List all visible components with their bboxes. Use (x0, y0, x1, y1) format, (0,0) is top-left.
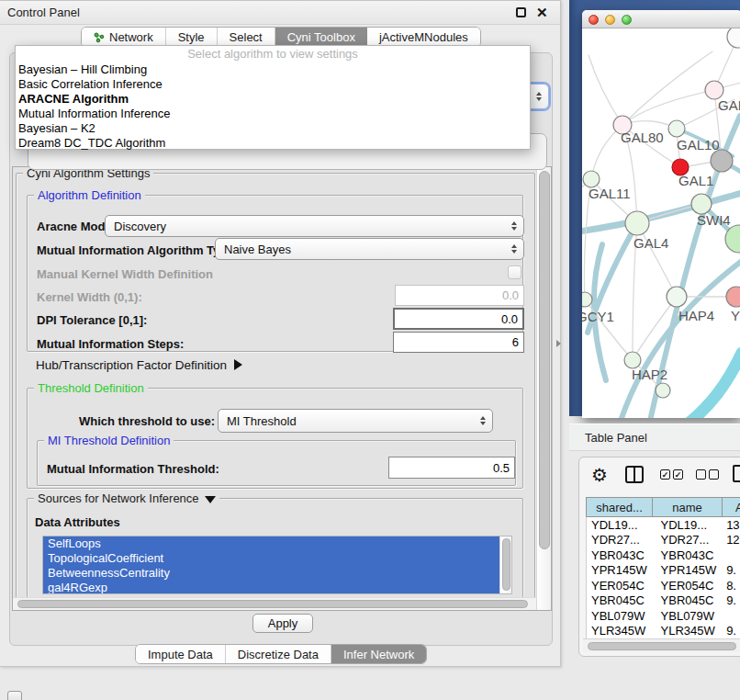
close-icon[interactable]: ✕ (536, 4, 548, 22)
algorithm-option[interactable]: Dream8 DC_TDC Algorithm (16, 136, 530, 151)
network-node-label: GCY1 (582, 309, 614, 324)
attribute-item[interactable]: TopologicalCoefficient (43, 551, 511, 566)
attributes-scrollbar[interactable] (499, 536, 511, 593)
network-node[interactable] (582, 292, 592, 307)
document-icon[interactable] (733, 465, 740, 482)
mi-threshold-field[interactable]: 0.5 (388, 457, 515, 479)
table-cell: YPR145W (587, 563, 656, 577)
unchecked-box-icon (709, 469, 719, 480)
table-body[interactable]: YDL19...YDL19...13YDR27...YDR27...12YBR0… (586, 517, 740, 639)
float-window-icon[interactable] (516, 7, 526, 17)
tab-discretize-data[interactable]: Discretize Data (226, 645, 331, 663)
network-node[interactable] (625, 211, 649, 235)
network-edge[interactable] (622, 51, 712, 125)
scrollbar-thumb[interactable] (502, 538, 510, 591)
network-node[interactable] (656, 383, 670, 398)
sources-group: Sources for Network Inference Data Attri… (27, 498, 523, 608)
network-edge[interactable] (637, 223, 677, 297)
table-cell: YLR345W (587, 624, 656, 638)
sources-toggle[interactable]: Sources for Network Inference (34, 491, 219, 505)
network-edge[interactable] (622, 90, 714, 125)
attribute-item[interactable]: SelfLoops (43, 536, 511, 551)
tab-cyni-toolbox[interactable]: Cyni Toolbox (275, 28, 367, 47)
table-row[interactable]: YBL079WYBL079W (587, 608, 740, 624)
control-panel-titlebar: Control Panel ✕ (0, 1, 560, 25)
minimize-traffic-light-icon[interactable] (605, 15, 615, 25)
table-row[interactable]: YDL19...YDL19...13 (587, 517, 740, 533)
table-row[interactable]: YBR043CYBR043C (587, 548, 740, 563)
network-node[interactable] (727, 28, 740, 48)
group-title: MI Threshold Definition (44, 434, 174, 447)
mi-steps-label: Mutual Information Steps: (37, 337, 184, 351)
network-edge[interactable] (589, 55, 622, 125)
algorithm-option-list: Bayesian – Hill ClimbingBasic Correlatio… (16, 62, 530, 151)
algorithm-option[interactable]: Mutual Information Inference (16, 107, 530, 121)
algorithm-option[interactable]: Bayesian – K2 (16, 121, 530, 136)
aracne-mode-value: Discovery (114, 220, 166, 233)
scrollbar-thumb[interactable] (588, 642, 736, 650)
table-cell: YDR27... (656, 533, 723, 547)
algorithm-option[interactable]: ARACNE Algorithm (16, 92, 530, 107)
manual-kernel-checkbox[interactable] (508, 265, 521, 279)
mi-algorithm-type-combo[interactable]: Naive Bayes (215, 238, 524, 260)
bottom-tabbar: Impute Data Discretize Data Infer Networ… (135, 644, 427, 664)
network-node[interactable] (668, 120, 685, 137)
attribute-item[interactable]: BetweennessCentrality (43, 566, 511, 581)
column-header-partial[interactable]: A (723, 497, 740, 517)
close-traffic-light-icon[interactable] (589, 15, 599, 25)
tab-style[interactable]: Style (166, 28, 218, 47)
split-pane-collapse-icon[interactable] (556, 340, 561, 347)
table-row[interactable]: YDR27...YDR27...12 (587, 533, 740, 548)
column-header-shared-name[interactable]: shared... (586, 497, 653, 517)
table-cell: YBL079W (587, 609, 656, 623)
table-row[interactable]: YER054CYER054C8. (587, 578, 740, 593)
clipped-panel-icon[interactable] (7, 691, 22, 700)
tab-label: Infer Network (343, 648, 414, 661)
mi-steps-field[interactable]: 6 (393, 332, 524, 353)
which-threshold-combo[interactable]: MI Threshold (218, 409, 493, 433)
dpi-tolerance-field[interactable]: 0.0 (393, 308, 524, 330)
table-row[interactable]: YBR045CYBR045C9. (587, 593, 740, 609)
network-node[interactable] (691, 194, 712, 214)
tab-label: Network (109, 30, 153, 44)
tab-select[interactable]: Select (218, 28, 275, 47)
tab-network[interactable]: Network (82, 28, 166, 47)
zoom-traffic-light-icon[interactable] (622, 15, 632, 25)
split-columns-icon[interactable] (625, 466, 644, 483)
algorithm-dropdown-popup: Select algorithm to view settings Bayesi… (15, 45, 531, 150)
settings-vertical-scrollbar[interactable] (536, 167, 551, 610)
algorithm-option[interactable]: Basic Correlation Inference (16, 77, 530, 92)
tab-infer-network[interactable]: Infer Network (331, 645, 426, 663)
column-header-name[interactable]: name (653, 497, 723, 517)
table-row[interactable]: YLR345WYLR345W9. (587, 624, 740, 639)
network-edge[interactable] (685, 353, 740, 418)
scrollbar-thumb[interactable] (17, 600, 528, 608)
checked-box-icon: ✓ (673, 469, 683, 480)
kernel-width-field[interactable]: 0.0 (395, 285, 524, 306)
network-node[interactable] (667, 287, 687, 307)
settings-horizontal-scrollbar[interactable] (13, 597, 536, 610)
table-row[interactable]: YPR145WYPR145W9. (587, 563, 740, 579)
gear-icon[interactable]: ⚙ (591, 465, 608, 485)
scrollbar-thumb[interactable] (539, 171, 550, 549)
attribute-item[interactable]: gal4RGexp (43, 581, 511, 594)
aracne-mode-combo[interactable]: Discovery (105, 215, 524, 237)
network-node-label: GAL10 (677, 137, 720, 152)
network-node[interactable] (726, 287, 740, 307)
algorithm-option[interactable]: Bayesian – Hill Climbing (16, 62, 530, 77)
table-horizontal-scrollbar[interactable] (583, 638, 740, 652)
tab-jactivemnodules[interactable]: jActiveMNodules (367, 28, 480, 47)
data-attributes-list[interactable]: SelfLoopsTopologicalCoefficientBetweenne… (42, 536, 512, 594)
threshold-definition-group: Threshold Definition Which threshold to … (27, 388, 523, 489)
deselect-all-checkboxes-icon[interactable] (696, 469, 719, 480)
network-graph[interactable]: GALGAL80GAL10GAL1GAL11SWI4GAL4GCY1HAP4YH… (582, 28, 740, 418)
network-node[interactable] (705, 81, 723, 99)
apply-button[interactable]: Apply (252, 614, 313, 633)
tab-impute-data[interactable]: Impute Data (136, 645, 226, 663)
network-node[interactable] (711, 150, 733, 172)
hub-definition-toggle[interactable]: Hub/Transcription Factor Definition (36, 358, 242, 372)
select-all-checkboxes-icon[interactable]: ✓ ✓ (660, 469, 683, 480)
algorithm-definition-group: Algorithm Definition Aracne Mode: Discov… (27, 195, 523, 352)
combo-stepper-icon (480, 416, 486, 425)
network-node-label: GAL11 (589, 186, 631, 201)
